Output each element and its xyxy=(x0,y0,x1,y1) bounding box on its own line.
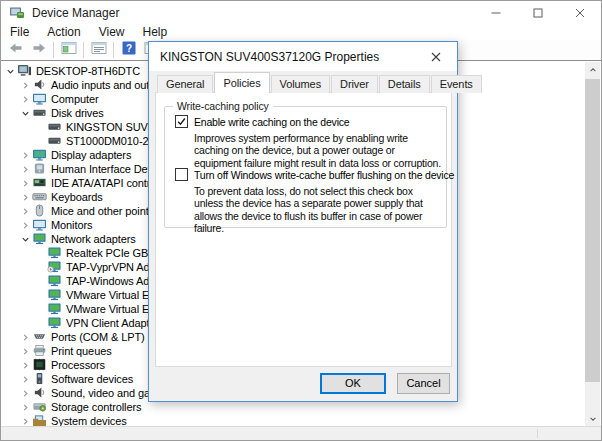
disk-icon xyxy=(32,106,48,120)
console-tree-icon xyxy=(61,41,77,59)
chevron-spacer xyxy=(34,262,47,272)
network-disabled-icon xyxy=(47,260,63,274)
network-icon xyxy=(47,288,63,302)
display-icon xyxy=(32,148,48,162)
network-icon xyxy=(47,316,63,330)
turn-off-flushing-checkbox-row[interactable]: Turn off Windows write-cache buffer flus… xyxy=(175,168,454,181)
enable-write-caching-label[interactable]: Enable write caching on the device xyxy=(194,116,349,128)
toolbar-forward-button[interactable] xyxy=(27,41,50,60)
speaker-icon xyxy=(32,386,48,400)
tree-item-label: Print queues xyxy=(51,345,112,357)
tree-scrollbar[interactable] xyxy=(585,62,600,426)
device-manager-window: Device Manager FileActionViewHelp ? DESK… xyxy=(0,0,602,441)
chevron-collapsed-icon[interactable] xyxy=(19,164,32,174)
ok-button[interactable]: OK xyxy=(320,373,386,394)
dialog-title-bar: KINGSTON SUV400S37120G Properties xyxy=(149,42,457,71)
close-button[interactable] xyxy=(559,1,601,25)
turn-off-flushing-description: To prevent data loss, do not select this… xyxy=(194,185,442,234)
dialog-button-row: OK Cancel xyxy=(149,365,457,401)
software-icon xyxy=(32,372,48,386)
toolbar-back-button[interactable] xyxy=(4,41,27,60)
chevron-expanded-icon[interactable] xyxy=(19,108,32,118)
chevron-expanded-icon[interactable] xyxy=(19,234,32,244)
chevron-collapsed-icon[interactable] xyxy=(19,150,32,160)
toolbar-export-list-button[interactable] xyxy=(87,41,110,60)
chevron-collapsed-icon[interactable] xyxy=(19,346,32,356)
scroll-down-icon[interactable] xyxy=(585,411,600,426)
chevron-collapsed-icon[interactable] xyxy=(19,178,32,188)
toolbar-console-tree-button[interactable] xyxy=(57,41,80,60)
network-icon xyxy=(47,246,63,260)
disk-icon xyxy=(47,120,63,134)
tab-volumes[interactable]: Volumes xyxy=(271,75,331,93)
chevron-expanded-icon[interactable] xyxy=(4,66,17,76)
status-bar xyxy=(1,426,601,440)
chevron-spacer xyxy=(34,136,47,146)
maximize-button[interactable] xyxy=(517,1,559,25)
toolbar-separator xyxy=(53,42,54,58)
chevron-collapsed-icon[interactable] xyxy=(19,388,32,398)
chevron-spacer xyxy=(34,248,47,258)
hid-icon xyxy=(32,162,48,176)
toolbar-separator xyxy=(113,42,114,58)
scroll-up-icon[interactable] xyxy=(585,62,600,77)
tab-details[interactable]: Details xyxy=(379,75,430,93)
processor-icon xyxy=(32,358,48,372)
chevron-collapsed-icon[interactable] xyxy=(19,80,32,90)
group-label: Write-caching policy xyxy=(173,100,273,112)
back-icon xyxy=(8,41,24,59)
chevron-collapsed-icon[interactable] xyxy=(19,374,32,384)
turn-off-flushing-label[interactable]: Turn off Windows write-cache buffer flus… xyxy=(194,169,454,181)
tree-item-label: Network adapters xyxy=(51,233,136,245)
chevron-collapsed-icon[interactable] xyxy=(19,332,32,342)
chevron-spacer xyxy=(34,318,47,328)
network-icon xyxy=(47,302,63,316)
properties-dialog: KINGSTON SUV400S37120G Properties Genera… xyxy=(148,41,458,402)
monitor-icon xyxy=(32,92,48,106)
dialog-close-icon[interactable] xyxy=(421,46,451,68)
tree-item-label: Software devices xyxy=(51,373,133,385)
speaker-icon xyxy=(32,78,48,92)
tab-driver[interactable]: Driver xyxy=(331,75,378,93)
storage-icon xyxy=(32,400,48,414)
printer-icon xyxy=(32,344,48,358)
tab-policies[interactable]: Policies xyxy=(214,72,269,93)
menu-view[interactable]: View xyxy=(90,25,134,40)
toolbar-help-button[interactable]: ? xyxy=(117,41,140,60)
chevron-collapsed-icon[interactable] xyxy=(19,416,32,426)
chevron-collapsed-icon[interactable] xyxy=(19,192,32,202)
chevron-collapsed-icon[interactable] xyxy=(19,402,32,412)
toolbar-separator xyxy=(83,42,84,58)
status-bar-divider xyxy=(537,429,538,438)
chevron-collapsed-icon[interactable] xyxy=(19,206,32,216)
menu-help[interactable]: Help xyxy=(134,25,177,40)
turn-off-flushing-checkbox[interactable] xyxy=(175,168,188,181)
help-icon: ? xyxy=(121,41,137,59)
enable-write-caching-checkbox-row[interactable]: Enable write caching on the device xyxy=(175,115,349,128)
monitor-icon xyxy=(32,218,48,232)
enable-write-caching-checkbox[interactable] xyxy=(175,115,188,128)
menu-action[interactable]: Action xyxy=(38,25,89,40)
chevron-spacer xyxy=(34,122,47,132)
export-list-icon xyxy=(91,41,107,59)
window-title: Device Manager xyxy=(32,6,119,20)
write-caching-policy-group: Write-caching policy Enable write cachin… xyxy=(164,106,447,228)
tree-item-label: Storage controllers xyxy=(51,401,141,413)
chevron-collapsed-icon[interactable] xyxy=(19,220,32,230)
tree-item-label: System devices xyxy=(51,415,127,426)
computer-icon xyxy=(17,64,33,78)
scrollbar-thumb[interactable] xyxy=(585,79,600,382)
cancel-button[interactable]: Cancel xyxy=(397,373,450,394)
forward-icon xyxy=(31,41,47,59)
chevron-collapsed-icon[interactable] xyxy=(19,94,32,104)
minimize-button[interactable] xyxy=(475,1,517,25)
tab-events[interactable]: Events xyxy=(431,75,482,93)
tree-item-storage-controllers[interactable]: Storage controllers xyxy=(2,400,585,414)
chevron-collapsed-icon[interactable] xyxy=(19,360,32,370)
keyboard-icon xyxy=(32,190,48,204)
menu-file[interactable]: File xyxy=(1,25,38,40)
device-manager-icon xyxy=(9,6,25,20)
tree-item-system-devices[interactable]: System devices xyxy=(2,414,585,426)
tree-item-label: Monitors xyxy=(51,219,92,231)
tab-general[interactable]: General xyxy=(157,75,213,93)
